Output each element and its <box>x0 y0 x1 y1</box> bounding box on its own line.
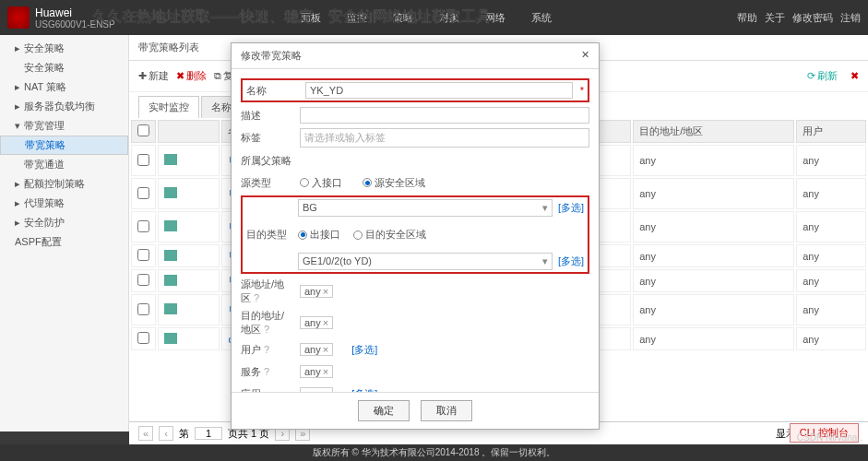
row-icon <box>164 275 177 286</box>
lbl-name: 名称 <box>246 84 298 98</box>
change-password-link[interactable]: 修改密码 <box>792 11 833 25</box>
lbl-dst-zone: 目的地址/地区 <box>241 309 292 337</box>
lbl-src-zone: 源地址/地区 <box>241 278 292 305</box>
lbl-src-type: 源类型 <box>241 176 292 190</box>
delete-button[interactable]: ✖ 删除 <box>176 69 207 83</box>
nav-monitor[interactable]: 监控 <box>339 7 375 29</box>
copyright: 版权所有 © 华为技术有限公司2014-2018 。保留一切权利。 <box>0 444 868 461</box>
row-dst: any <box>633 327 794 350</box>
row-dst: any <box>633 244 794 267</box>
sidebar-bandwidth[interactable]: ▾ 带宽管理 <box>0 116 128 136</box>
row-checkbox[interactable] <box>137 249 149 261</box>
row-dst: any <box>633 211 794 242</box>
cancel-button[interactable]: 取消 <box>421 400 472 421</box>
row-user: any <box>796 244 866 267</box>
row-user: any <box>796 269 866 292</box>
top-nav: 面板 监控 策略 对象 网络 系统 <box>115 7 737 29</box>
new-button[interactable]: ✚ 新建 <box>138 69 169 83</box>
chip-any[interactable]: any× <box>300 365 333 378</box>
lbl-user: 用户 <box>241 343 292 357</box>
nav-policy[interactable]: 策略 <box>386 7 421 29</box>
nav-object[interactable]: 对象 <box>432 7 467 29</box>
radio-in-interface[interactable]: 入接口 <box>300 176 342 190</box>
help-link[interactable]: 帮助 <box>737 11 757 25</box>
brand-model: USG6000V1-ENSP <box>35 19 115 30</box>
page-input[interactable] <box>195 427 222 440</box>
modal-close-icon[interactable]: ✕ <box>581 49 589 63</box>
row-icon <box>164 250 177 261</box>
watermark: CSDN Nirvana.. <box>797 432 862 443</box>
sidebar-bandwidth-policy[interactable]: 带宽策略 <box>0 136 128 155</box>
page-prev[interactable]: ‹ <box>159 426 173 441</box>
chip-any[interactable]: any× <box>300 285 333 298</box>
ok-button[interactable]: 确定 <box>358 400 410 421</box>
nav-network[interactable]: 网络 <box>478 7 513 29</box>
logout-link[interactable]: 注销 <box>840 11 861 25</box>
row-user: any <box>796 327 866 350</box>
close-icon[interactable]: ✖ <box>850 70 859 82</box>
row-checkbox[interactable] <box>137 187 149 199</box>
chip-any[interactable]: any× <box>300 343 333 356</box>
lbl-dst-type: 目的类型 <box>246 228 298 242</box>
more-link-2[interactable]: [多选] <box>558 254 584 268</box>
radio-dst-zone[interactable]: 目的安全区域 <box>353 228 426 242</box>
row-icon <box>164 303 177 314</box>
row-checkbox[interactable] <box>137 303 149 315</box>
more-link[interactable]: [多选] <box>558 201 584 215</box>
huawei-logo-icon <box>7 6 30 29</box>
row-checkbox[interactable] <box>137 274 149 286</box>
sidebar-nat-policy[interactable]: ▸ NAT 策略 <box>0 77 128 97</box>
row-user: any <box>796 145 866 176</box>
row-icon <box>164 187 177 198</box>
row-user: any <box>796 294 866 325</box>
about-link[interactable]: 关于 <box>765 11 785 25</box>
radio-out-interface[interactable]: 出接口 <box>298 228 340 242</box>
refresh-button[interactable]: ⟳ 刷新 <box>807 69 838 83</box>
nav-system[interactable]: 系统 <box>524 7 559 29</box>
sidebar-security-policy[interactable]: ▸ 安全策略 <box>0 39 128 58</box>
dst-if-select[interactable]: GE1/0/2(to YD)▾ <box>298 253 553 270</box>
row-user: any <box>796 211 866 242</box>
col-user: 用户 <box>796 120 866 143</box>
sidebar-security-defense[interactable]: ▸ 安全防护 <box>0 213 128 232</box>
desc-input[interactable] <box>300 107 589 124</box>
lbl-svc: 服务 <box>241 365 292 379</box>
row-checkbox[interactable] <box>137 332 149 344</box>
row-icon <box>164 220 177 231</box>
row-dst: any <box>633 269 794 292</box>
row-icon <box>164 333 177 344</box>
row-dst: any <box>633 178 794 209</box>
brand-name: Huawei <box>35 6 115 19</box>
sidebar-quota[interactable]: ▸ 配额控制策略 <box>0 174 128 194</box>
row-checkbox[interactable] <box>137 154 149 166</box>
tab-realtime[interactable]: 实时监控 <box>138 96 199 118</box>
radio-src-zone[interactable]: 源安全区域 <box>363 176 425 190</box>
sidebar-aspf[interactable]: ASPF配置 <box>0 232 128 252</box>
more-link-3[interactable]: [多选] <box>351 343 377 357</box>
nav-panel[interactable]: 面板 <box>293 7 328 29</box>
logo: Huawei USG6000V1-ENSP <box>7 6 115 30</box>
sidebar-security-policy-sub[interactable]: 安全策略 <box>0 58 128 77</box>
page-first[interactable]: « <box>138 426 153 441</box>
row-checkbox[interactable] <box>137 220 149 232</box>
col-dst: 目的地址/地区 <box>633 120 794 143</box>
row-user: any <box>796 178 866 209</box>
sidebar-proxy[interactable]: ▸ 代理策略 <box>0 194 128 213</box>
sidebar: ▸ 安全策略 安全策略 ▸ NAT 策略 ▸ 服务器负载均衡 ▾ 带宽管理 带宽… <box>0 35 129 431</box>
sidebar-server-lb[interactable]: ▸ 服务器负载均衡 <box>0 97 128 116</box>
col-icon <box>158 120 220 143</box>
chip-any[interactable]: any× <box>300 316 333 329</box>
col-check[interactable] <box>131 120 156 143</box>
src-zone-select[interactable]: BG▾ <box>298 199 553 217</box>
modal-title: 修改带宽策略 <box>241 49 302 63</box>
required-star: * <box>580 85 584 96</box>
sidebar-bandwidth-channel[interactable]: 带宽通道 <box>0 155 128 174</box>
name-input[interactable]: YK_YD <box>305 82 573 99</box>
lbl-desc: 描述 <box>241 109 292 123</box>
topbar: Huawei USG6000V1-ENSP 面板 监控 策略 对象 网络 系统 … <box>0 0 868 35</box>
row-dst: any <box>633 294 794 325</box>
lbl-parent: 所属父策略 <box>241 154 292 168</box>
lbl-tag: 标签 <box>241 131 292 145</box>
tag-input[interactable]: 请选择或输入标签 <box>300 128 589 148</box>
edit-policy-modal: 修改带宽策略 ✕ 名称 YK_YD * 描述 标签请选择或输入标签 所属父策略 … <box>231 42 600 430</box>
